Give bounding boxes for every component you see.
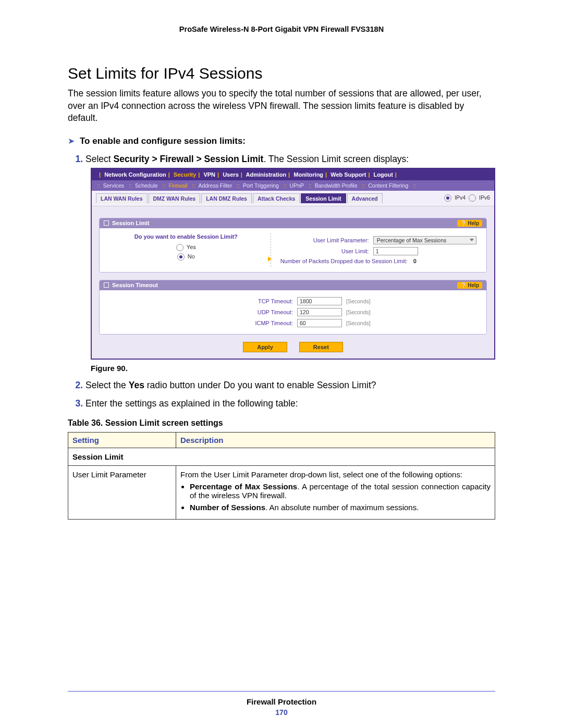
sub-nav: ::Services ::Schedule ::Firewall ::Addre…: [92, 180, 494, 191]
packets-dropped-value: 0: [413, 258, 417, 264]
enable-no-radio[interactable]: [177, 253, 185, 261]
tcp-timeout-input[interactable]: 1800: [297, 297, 342, 305]
table-caption: Table 36. Session Limit screen settings: [68, 418, 495, 428]
tab-lan-wan[interactable]: LAN WAN Rules: [96, 193, 148, 203]
ip-mode-selector: IPv4 IPv6: [444, 194, 490, 202]
user-limit-input[interactable]: 1: [373, 247, 418, 255]
session-timeout-panel: Session Timeout❔ Help TCP Timeout:1800[S…: [99, 280, 487, 335]
subnav-firewall[interactable]: Firewall: [168, 182, 187, 189]
user-limit-parameter-dropdown[interactable]: Percentage of Max Sessions: [373, 236, 476, 244]
apply-button[interactable]: Apply: [243, 342, 287, 352]
footer-rule: [68, 691, 495, 692]
nav-admin[interactable]: Administration: [246, 171, 286, 178]
tab-dmz-wan[interactable]: DMZ WAN Rules: [149, 193, 201, 203]
procedure-heading: ➤ To enable and configure session limits…: [68, 136, 495, 146]
nav-users[interactable]: Users: [223, 171, 239, 178]
subnav-bandwidth[interactable]: Bandwidth Profile: [315, 182, 358, 189]
ipv6-radio[interactable]: [469, 194, 476, 202]
page-title: Set Limits for IPv4 Sessions: [68, 65, 495, 82]
nav-vpn[interactable]: VPN: [203, 171, 215, 178]
nav-logout[interactable]: Logout: [374, 171, 393, 178]
tab-bar: LAN WAN Rules DMZ WAN Rules LAN DMZ Rule…: [92, 191, 494, 206]
session-limit-panel: Session Limit❔ Help Do you want to enabl…: [99, 218, 487, 273]
figure-caption: Figure 90.: [91, 364, 495, 373]
table-section: Session Limit: [68, 448, 495, 465]
cell-setting: User Limit Parameter: [68, 465, 176, 519]
nav-monitoring[interactable]: Monitoring: [293, 171, 323, 178]
session-limit-screenshot: | Network Configuration| Security| VPN| …: [91, 168, 495, 360]
settings-table: Setting Description Session Limit User L…: [68, 432, 495, 520]
udp-timeout-input[interactable]: 120: [297, 308, 342, 316]
subnav-services[interactable]: Services: [103, 182, 124, 189]
th-setting: Setting: [68, 432, 176, 448]
step-2: Select the Yes radio button under Do you…: [85, 380, 495, 391]
reset-button[interactable]: Reset: [299, 342, 343, 352]
doc-header: ProSafe Wireless-N 8-Port Gigabit VPN Fi…: [68, 25, 495, 33]
footer-page-number: 170: [0, 708, 563, 717]
th-description: Description: [176, 432, 495, 448]
step-1: Select Security > Firewall > Session Lim…: [85, 154, 495, 373]
help-button[interactable]: ❔ Help: [457, 282, 482, 289]
subnav-schedule[interactable]: Schedule: [135, 182, 158, 189]
panel-grid-icon: [104, 282, 109, 288]
ipv4-radio[interactable]: [444, 194, 451, 202]
help-button[interactable]: ❔ Help: [457, 220, 482, 227]
intro-paragraph: The session limits feature allows you to…: [68, 88, 495, 125]
subnav-port-triggering[interactable]: Port Triggering: [243, 182, 279, 189]
procedure-heading-text: To enable and configure session limits:: [80, 136, 246, 146]
subnav-upnp[interactable]: UPnP: [290, 182, 304, 189]
chevron-right-icon: ➤: [68, 136, 75, 146]
footer-section-title: Firewall Protection: [0, 697, 563, 706]
cell-description: From the User Limit Parameter drop-down …: [176, 465, 495, 519]
tab-session-limit[interactable]: Session Limit: [301, 193, 346, 203]
enable-question: Do you want to enable Session Limit?: [109, 233, 263, 240]
tab-attack-checks[interactable]: Attack Checks: [253, 193, 300, 203]
tab-advanced[interactable]: Advanced: [347, 193, 383, 203]
enable-yes-radio[interactable]: [176, 244, 183, 251]
nav-websupport[interactable]: Web Support: [331, 171, 366, 178]
panel-grid-icon: [104, 220, 109, 226]
step-3: Enter the settings as explained in the f…: [85, 398, 495, 409]
subnav-content-filtering[interactable]: Content Filtering: [368, 182, 408, 189]
main-nav: | Network Configuration| Security| VPN| …: [92, 169, 494, 180]
icmp-timeout-input[interactable]: 60: [297, 319, 342, 327]
subnav-address-filter[interactable]: Address Filter: [198, 182, 232, 189]
nav-security[interactable]: Security: [174, 171, 196, 178]
nav-network[interactable]: Network Configuration: [104, 171, 166, 178]
tab-lan-dmz[interactable]: LAN DMZ Rules: [201, 193, 252, 203]
